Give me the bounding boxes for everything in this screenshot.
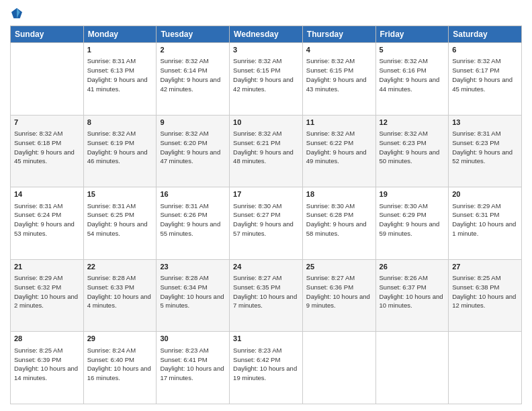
day-info: Sunrise: 8:32 AMSunset: 6:22 PMDaylight:… xyxy=(306,129,372,166)
day-number: 5 xyxy=(380,45,445,55)
day-cell: 6Sunrise: 8:32 AMSunset: 6:17 PMDaylight… xyxy=(449,43,522,116)
day-cell: 2Sunrise: 8:32 AMSunset: 6:14 PMDaylight… xyxy=(157,43,230,116)
day-info: Sunrise: 8:32 AMSunset: 6:16 PMDaylight:… xyxy=(380,56,445,93)
day-number: 27 xyxy=(452,262,518,272)
day-info: Sunrise: 8:29 AMSunset: 6:31 PMDaylight:… xyxy=(452,201,518,238)
day-number: 24 xyxy=(233,262,299,272)
day-number: 9 xyxy=(160,118,226,128)
day-number: 23 xyxy=(160,262,226,272)
day-number: 11 xyxy=(306,118,372,128)
day-info: Sunrise: 8:25 AMSunset: 6:39 PMDaylight:… xyxy=(14,346,80,383)
day-info: Sunrise: 8:32 AMSunset: 6:21 PMDaylight:… xyxy=(233,129,299,166)
day-info: Sunrise: 8:23 AMSunset: 6:42 PMDaylight:… xyxy=(233,346,299,383)
day-cell: 3Sunrise: 8:32 AMSunset: 6:15 PMDaylight… xyxy=(230,43,303,116)
day-cell xyxy=(375,332,449,404)
day-info: Sunrise: 8:27 AMSunset: 6:35 PMDaylight:… xyxy=(233,273,299,310)
day-number: 1 xyxy=(87,45,153,55)
day-cell: 8Sunrise: 8:32 AMSunset: 6:19 PMDaylight… xyxy=(83,115,157,187)
day-cell: 31Sunrise: 8:23 AMSunset: 6:42 PMDayligh… xyxy=(230,332,303,404)
day-cell: 12Sunrise: 8:32 AMSunset: 6:23 PMDayligh… xyxy=(375,115,449,187)
day-info: Sunrise: 8:28 AMSunset: 6:34 PMDaylight:… xyxy=(160,273,226,310)
day-cell: 28Sunrise: 8:25 AMSunset: 6:39 PMDayligh… xyxy=(11,332,84,404)
day-number: 26 xyxy=(380,262,445,272)
day-cell: 1Sunrise: 8:31 AMSunset: 6:13 PMDaylight… xyxy=(83,43,157,116)
day-number: 10 xyxy=(233,118,299,128)
day-cell: 30Sunrise: 8:23 AMSunset: 6:41 PMDayligh… xyxy=(157,332,230,404)
header xyxy=(10,7,522,20)
day-number: 7 xyxy=(14,118,80,128)
day-number: 15 xyxy=(87,189,153,199)
day-number: 31 xyxy=(233,334,299,344)
day-cell: 14Sunrise: 8:31 AMSunset: 6:24 PMDayligh… xyxy=(11,187,84,260)
day-cell: 23Sunrise: 8:28 AMSunset: 6:34 PMDayligh… xyxy=(157,259,230,332)
day-number: 18 xyxy=(306,189,372,199)
day-number: 28 xyxy=(14,334,80,344)
week-row-2: 14Sunrise: 8:31 AMSunset: 6:24 PMDayligh… xyxy=(11,187,522,260)
day-info: Sunrise: 8:23 AMSunset: 6:41 PMDaylight:… xyxy=(160,346,226,383)
day-cell: 7Sunrise: 8:32 AMSunset: 6:18 PMDaylight… xyxy=(11,115,84,187)
day-cell: 26Sunrise: 8:26 AMSunset: 6:37 PMDayligh… xyxy=(375,259,449,332)
day-cell: 11Sunrise: 8:32 AMSunset: 6:22 PMDayligh… xyxy=(302,115,375,187)
col-header-wednesday: Wednesday xyxy=(230,26,303,43)
day-number: 22 xyxy=(87,262,153,272)
col-header-sunday: Sunday xyxy=(11,26,84,43)
day-info: Sunrise: 8:32 AMSunset: 6:18 PMDaylight:… xyxy=(14,129,80,166)
col-header-friday: Friday xyxy=(375,26,449,43)
col-header-thursday: Thursday xyxy=(302,26,375,43)
day-number: 3 xyxy=(233,45,299,55)
day-info: Sunrise: 8:30 AMSunset: 6:29 PMDaylight:… xyxy=(380,201,445,238)
day-info: Sunrise: 8:31 AMSunset: 6:24 PMDaylight:… xyxy=(14,201,80,238)
day-number: 13 xyxy=(452,118,518,128)
week-row-4: 28Sunrise: 8:25 AMSunset: 6:39 PMDayligh… xyxy=(11,332,522,404)
logo-icon xyxy=(10,7,24,20)
day-cell: 20Sunrise: 8:29 AMSunset: 6:31 PMDayligh… xyxy=(449,187,522,260)
day-number: 25 xyxy=(306,262,372,272)
col-header-tuesday: Tuesday xyxy=(157,26,230,43)
day-cell xyxy=(11,43,84,116)
day-info: Sunrise: 8:32 AMSunset: 6:14 PMDaylight:… xyxy=(160,56,226,93)
day-cell: 22Sunrise: 8:28 AMSunset: 6:33 PMDayligh… xyxy=(83,259,157,332)
day-cell: 5Sunrise: 8:32 AMSunset: 6:16 PMDaylight… xyxy=(375,43,449,116)
day-info: Sunrise: 8:24 AMSunset: 6:40 PMDaylight:… xyxy=(87,346,153,383)
day-cell xyxy=(302,332,375,404)
page: SundayMondayTuesdayWednesdayThursdayFrid… xyxy=(0,0,532,411)
header-row: SundayMondayTuesdayWednesdayThursdayFrid… xyxy=(11,26,522,43)
day-cell: 9Sunrise: 8:32 AMSunset: 6:20 PMDaylight… xyxy=(157,115,230,187)
week-row-3: 21Sunrise: 8:29 AMSunset: 6:32 PMDayligh… xyxy=(11,259,522,332)
day-cell: 10Sunrise: 8:32 AMSunset: 6:21 PMDayligh… xyxy=(230,115,303,187)
day-info: Sunrise: 8:32 AMSunset: 6:20 PMDaylight:… xyxy=(160,129,226,166)
day-number: 2 xyxy=(160,45,226,55)
day-info: Sunrise: 8:29 AMSunset: 6:32 PMDaylight:… xyxy=(14,273,80,310)
day-number: 8 xyxy=(87,118,153,128)
week-row-1: 7Sunrise: 8:32 AMSunset: 6:18 PMDaylight… xyxy=(11,115,522,187)
day-cell: 19Sunrise: 8:30 AMSunset: 6:29 PMDayligh… xyxy=(375,187,449,260)
day-number: 17 xyxy=(233,189,299,199)
col-header-saturday: Saturday xyxy=(449,26,522,43)
day-cell: 29Sunrise: 8:24 AMSunset: 6:40 PMDayligh… xyxy=(83,332,157,404)
day-number: 12 xyxy=(380,118,445,128)
day-info: Sunrise: 8:32 AMSunset: 6:19 PMDaylight:… xyxy=(87,129,153,166)
logo xyxy=(10,7,26,20)
day-info: Sunrise: 8:32 AMSunset: 6:15 PMDaylight:… xyxy=(306,56,372,93)
week-row-0: 1Sunrise: 8:31 AMSunset: 6:13 PMDaylight… xyxy=(11,43,522,116)
day-cell: 16Sunrise: 8:31 AMSunset: 6:26 PMDayligh… xyxy=(157,187,230,260)
day-info: Sunrise: 8:25 AMSunset: 6:38 PMDaylight:… xyxy=(452,273,518,310)
day-number: 21 xyxy=(14,262,80,272)
day-number: 4 xyxy=(306,45,372,55)
day-cell: 18Sunrise: 8:30 AMSunset: 6:28 PMDayligh… xyxy=(302,187,375,260)
day-number: 30 xyxy=(160,334,226,344)
day-number: 20 xyxy=(452,189,518,199)
day-cell: 4Sunrise: 8:32 AMSunset: 6:15 PMDaylight… xyxy=(302,43,375,116)
day-info: Sunrise: 8:30 AMSunset: 6:28 PMDaylight:… xyxy=(306,201,372,238)
day-cell: 17Sunrise: 8:30 AMSunset: 6:27 PMDayligh… xyxy=(230,187,303,260)
day-info: Sunrise: 8:32 AMSunset: 6:17 PMDaylight:… xyxy=(452,56,518,93)
day-cell xyxy=(449,332,522,404)
day-number: 19 xyxy=(380,189,445,199)
day-number: 16 xyxy=(160,189,226,199)
day-number: 29 xyxy=(87,334,153,344)
day-info: Sunrise: 8:26 AMSunset: 6:37 PMDaylight:… xyxy=(380,273,445,310)
day-number: 14 xyxy=(14,189,80,199)
day-info: Sunrise: 8:32 AMSunset: 6:15 PMDaylight:… xyxy=(233,56,299,93)
day-info: Sunrise: 8:31 AMSunset: 6:23 PMDaylight:… xyxy=(452,129,518,166)
day-cell: 27Sunrise: 8:25 AMSunset: 6:38 PMDayligh… xyxy=(449,259,522,332)
